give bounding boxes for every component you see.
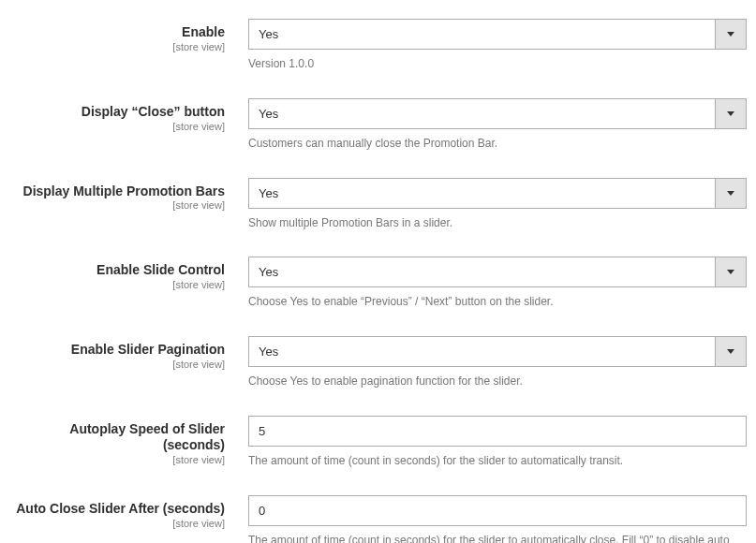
- note-auto-close: The amount of time (count in seconds) fo…: [248, 533, 747, 543]
- select-display-multiple[interactable]: Yes: [248, 178, 747, 209]
- select-slider-pagination[interactable]: Yes: [248, 336, 747, 367]
- control-col-auto-close: The amount of time (count in seconds) fo…: [248, 495, 747, 543]
- label-display-multiple: Display Multiple Promotion Bars: [23, 183, 225, 198]
- scope-slider-pagination: [store view]: [9, 359, 225, 370]
- chevron-down-icon: [715, 257, 746, 286]
- control-col-slider-pagination: Yes Choose Yes to enable pagination func…: [248, 336, 747, 389]
- input-auto-close[interactable]: [248, 495, 747, 526]
- field-auto-close: Auto Close Slider After (seconds) [store…: [9, 495, 747, 543]
- label-col-slide-control: Enable Slide Control [store view]: [9, 257, 248, 290]
- input-autoplay-speed[interactable]: [248, 416, 747, 447]
- select-slide-control[interactable]: Yes: [248, 257, 747, 287]
- label-col-auto-close: Auto Close Slider After (seconds) [store…: [9, 495, 248, 529]
- chevron-down-icon: [715, 20, 746, 49]
- chevron-down-icon: [715, 337, 746, 366]
- select-slide-control-value: Yes: [249, 257, 715, 286]
- label-autoplay-speed: Autoplay Speed of Slider (seconds): [69, 421, 225, 452]
- label-auto-close: Auto Close Slider After (seconds): [16, 501, 225, 516]
- control-col-autoplay-speed: The amount of time (count in seconds) fo…: [248, 416, 747, 469]
- select-enable-value: Yes: [249, 20, 715, 49]
- label-col-autoplay-speed: Autoplay Speed of Slider (seconds) [stor…: [9, 416, 248, 465]
- chevron-down-icon: [715, 179, 746, 208]
- field-display-multiple: Display Multiple Promotion Bars [store v…: [9, 178, 747, 231]
- scope-display-close: [store view]: [9, 121, 225, 132]
- select-enable[interactable]: Yes: [248, 19, 747, 50]
- label-enable: Enable: [182, 24, 225, 39]
- scope-display-multiple: [store view]: [9, 199, 225, 211]
- field-display-close: Display “Close” button [store view] Yes …: [9, 98, 747, 152]
- field-autoplay-speed: Autoplay Speed of Slider (seconds) [stor…: [9, 416, 747, 469]
- note-enable: Version 1.0.0: [248, 56, 747, 72]
- label-display-close: Display “Close” button: [82, 104, 225, 119]
- scope-auto-close: [store view]: [9, 518, 225, 529]
- control-col-slide-control: Yes Choose Yes to enable “Previous” / “N…: [248, 257, 747, 310]
- control-col-enable: Yes Version 1.0.0: [248, 19, 747, 72]
- select-slider-pagination-value: Yes: [249, 337, 715, 366]
- scope-slide-control: [store view]: [9, 279, 225, 290]
- control-col-display-multiple: Yes Show multiple Promotion Bars in a sl…: [248, 178, 747, 231]
- label-col-display-multiple: Display Multiple Promotion Bars [store v…: [9, 178, 248, 212]
- note-display-close: Customers can manually close the Promoti…: [248, 136, 747, 152]
- label-col-enable: Enable [store view]: [9, 19, 248, 52]
- field-enable: Enable [store view] Yes Version 1.0.0: [9, 19, 747, 72]
- field-slider-pagination: Enable Slider Pagination [store view] Ye…: [9, 336, 747, 389]
- note-autoplay-speed: The amount of time (count in seconds) fo…: [248, 453, 747, 469]
- field-slide-control: Enable Slide Control [store view] Yes Ch…: [9, 257, 747, 310]
- scope-autoplay-speed: [store view]: [9, 454, 225, 465]
- control-col-display-close: Yes Customers can manually close the Pro…: [248, 98, 747, 152]
- label-col-slider-pagination: Enable Slider Pagination [store view]: [9, 336, 248, 370]
- scope-enable: [store view]: [9, 41, 225, 52]
- chevron-down-icon: [715, 99, 746, 128]
- select-display-multiple-value: Yes: [249, 179, 715, 208]
- label-slide-control: Enable Slide Control: [96, 262, 225, 277]
- label-slider-pagination: Enable Slider Pagination: [71, 342, 225, 357]
- select-display-close[interactable]: Yes: [248, 98, 747, 129]
- select-display-close-value: Yes: [249, 99, 715, 128]
- note-slide-control: Choose Yes to enable “Previous” / “Next”…: [248, 294, 747, 310]
- note-display-multiple: Show multiple Promotion Bars in a slider…: [248, 215, 747, 231]
- label-col-display-close: Display “Close” button [store view]: [9, 98, 248, 132]
- note-slider-pagination: Choose Yes to enable pagination function…: [248, 374, 747, 389]
